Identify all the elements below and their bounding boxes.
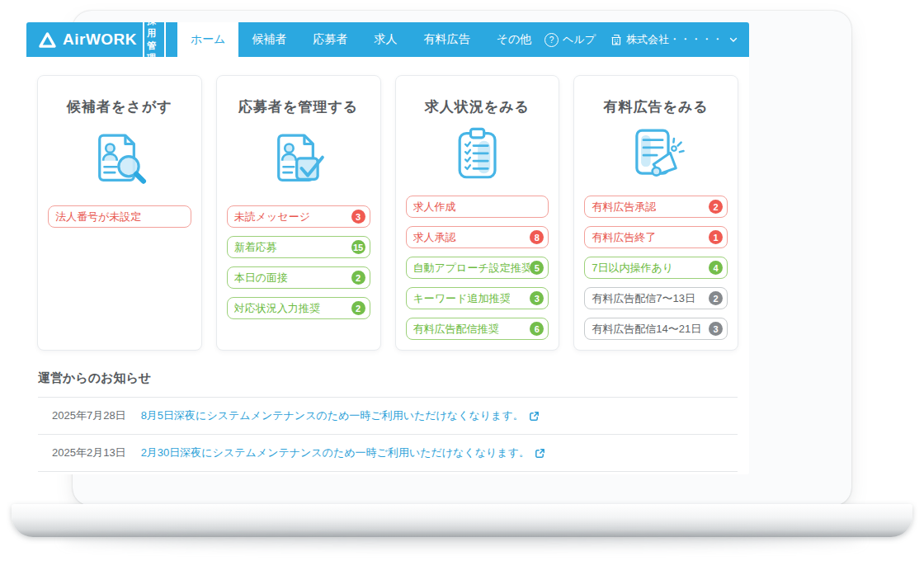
brand-wordmark: AirWORK xyxy=(63,31,137,49)
card-paid-ads: 有料広告をみる 有料広告承認 2 有料広告終了 1 7日以内操作あり 4 有料広… xyxy=(573,75,738,351)
status-button[interactable]: 有料広告終了 1 xyxy=(584,226,728,248)
status-button-label: 7日以内操作あり xyxy=(592,261,673,276)
tab-applicants[interactable]: 応募者 xyxy=(299,22,361,57)
status-button[interactable]: 有料広告配信推奨 6 xyxy=(406,318,549,340)
status-button-label: 有料広告承認 xyxy=(592,200,656,214)
news-link-text: 8月5日深夜にシステムメンテナンスのため一時ご利用いただけなくなります。 xyxy=(141,408,524,423)
document-megaphone-icon xyxy=(584,124,728,185)
help-label: ヘルプ xyxy=(563,32,596,47)
status-button-label: 対応状況入力推奨 xyxy=(234,301,320,316)
clipboard-checklist-icon xyxy=(406,124,549,185)
status-button[interactable]: 対応状況入力推奨 2 xyxy=(227,297,370,319)
card-title: 有料広告をみる xyxy=(584,97,728,116)
status-button-label: 自動アプローチ設定推奨 xyxy=(413,261,530,276)
status-button[interactable]: 7日以内操作あり 4 xyxy=(584,257,728,279)
status-button[interactable]: 有料広告配信7〜13日 2 xyxy=(584,287,728,309)
news-item: 2025年2月13日 2月30日深夜にシステムメンテナンスのため一時ご利用いただ… xyxy=(38,435,738,472)
status-button-label: 本日の面接 xyxy=(234,271,288,285)
external-link-icon xyxy=(535,448,545,459)
dashboard-cards: 候補者をさがす 法人番号が未設定 応募者を管理する 未読メッセージ 3 新着応募… xyxy=(37,75,738,351)
status-button-label: 求人作成 xyxy=(413,200,456,214)
card-title: 応募者を管理する xyxy=(227,97,370,116)
status-button-label: 有料広告配信14〜21日 xyxy=(592,322,701,337)
card-buttons: 有料広告承認 2 有料広告終了 1 7日以内操作あり 4 有料広告配信7〜13日… xyxy=(584,196,728,340)
tab-paid-ads[interactable]: 有料広告 xyxy=(410,22,483,57)
status-button[interactable]: 本日の面接 2 xyxy=(227,266,370,289)
status-button[interactable]: 自動アプローチ設定推奨 5 xyxy=(406,257,549,279)
status-button[interactable]: 新着応募 15 xyxy=(227,236,370,258)
card-buttons: 未読メッセージ 3 新着応募 15 本日の面接 2 対応状況入力推奨 2 xyxy=(227,205,370,319)
account-menu[interactable]: 株式会社・・・・・ xyxy=(610,32,738,47)
tab-home[interactable]: ホーム xyxy=(177,22,239,57)
chevron-down-icon xyxy=(729,37,738,43)
card-buttons: 求人作成 求人承認 8 自動アプローチ設定推奨 5 キーワード追加推奨 3 有料… xyxy=(406,196,549,340)
news-date: 2025年7月28日 xyxy=(52,408,126,423)
account-label: 株式会社・・・・・ xyxy=(626,32,723,47)
count-badge: 8 xyxy=(530,230,544,244)
news-section-title: 運営からのお知らせ xyxy=(38,370,738,386)
airwork-triangle-logo-icon xyxy=(38,31,57,49)
laptop-base xyxy=(12,504,912,537)
count-badge: 5 xyxy=(530,261,544,275)
count-badge: 1 xyxy=(709,230,723,244)
news-section: 運営からのお知らせ 2025年7月28日 8月5日深夜にシステムメンテナンスのた… xyxy=(38,370,738,472)
news-link[interactable]: 2月30日深夜にシステムメンテナンスのため一時ご利用いただけなくなります。 xyxy=(141,446,545,460)
count-badge: 6 xyxy=(530,322,544,336)
tab-other[interactable]: その他 xyxy=(483,22,544,57)
help-icon: ? xyxy=(544,33,559,47)
count-badge: 3 xyxy=(351,210,365,224)
help-button[interactable]: ? ヘルプ xyxy=(544,32,596,47)
count-badge: 3 xyxy=(709,322,723,336)
count-badge: 4 xyxy=(709,261,723,275)
header-right: ? ヘルプ 株式会社・・・・・ xyxy=(544,22,749,57)
news-date: 2025年2月13日 xyxy=(52,446,126,460)
card-search-candidates: 候補者をさがす 法人番号が未設定 xyxy=(37,75,202,351)
status-button-label: 新着応募 xyxy=(234,240,277,255)
status-button[interactable]: 求人承認 8 xyxy=(406,226,549,248)
count-badge: 2 xyxy=(709,200,723,214)
external-link-icon xyxy=(529,411,540,422)
resume-search-icon xyxy=(48,124,191,195)
tab-bar: ホーム候補者応募者求人有料広告その他 xyxy=(177,22,544,57)
news-link-text: 2月30日深夜にシステムメンテナンスのため一時ご利用いただけなくなります。 xyxy=(141,446,530,460)
status-button[interactable]: 求人作成 xyxy=(406,196,549,218)
app-header: AirWORK 採用管理 ホーム候補者応募者求人有料広告その他 ? ヘルプ xyxy=(26,22,749,57)
company-building-icon xyxy=(610,34,622,45)
status-button-label: 有料広告配信7〜13日 xyxy=(592,291,695,306)
status-button-label: 未読メッセージ xyxy=(234,210,310,224)
status-button[interactable]: キーワード追加推奨 3 xyxy=(406,287,549,309)
status-button[interactable]: 未読メッセージ 3 xyxy=(227,205,370,228)
count-badge: 2 xyxy=(709,291,723,305)
news-list: 2025年7月28日 8月5日深夜にシステムメンテナンスのため一時ご利用いただけ… xyxy=(38,397,738,472)
card-manage-applicants: 応募者を管理する 未読メッセージ 3 新着応募 15 本日の面接 2 対応状況入… xyxy=(216,75,381,351)
status-button[interactable]: 有料広告配信14〜21日 3 xyxy=(584,318,728,340)
tab-jobs[interactable]: 求人 xyxy=(361,22,410,57)
news-item: 2025年7月28日 8月5日深夜にシステムメンテナンスのため一時ご利用いただけ… xyxy=(38,398,738,435)
resume-check-icon xyxy=(227,124,370,195)
card-buttons: 法人番号が未設定 xyxy=(48,205,191,228)
count-badge: 15 xyxy=(351,240,365,254)
status-button[interactable]: 法人番号が未設定 xyxy=(48,205,191,228)
news-link[interactable]: 8月5日深夜にシステムメンテナンスのため一時ご利用いただけなくなります。 xyxy=(141,408,540,423)
status-button-label: 有料広告終了 xyxy=(592,230,656,245)
page: AirWORK 採用管理 ホーム候補者応募者求人有料広告その他 ? ヘルプ xyxy=(0,0,924,561)
status-button-label: 求人承認 xyxy=(413,230,456,245)
status-button-label: 法人番号が未設定 xyxy=(55,210,141,224)
status-button[interactable]: 有料広告承認 2 xyxy=(584,196,728,218)
card-job-status: 求人状況をみる 求人作成 求人承認 8 自動アプローチ設定推奨 5 キーワード追… xyxy=(395,75,560,351)
status-button-label: 有料広告配信推奨 xyxy=(413,322,499,337)
count-badge: 2 xyxy=(351,271,365,285)
tab-candidates[interactable]: 候補者 xyxy=(238,22,299,57)
app-logo[interactable]: AirWORK 採用管理 xyxy=(26,22,177,57)
count-badge: 2 xyxy=(351,301,365,315)
card-title: 候補者をさがす xyxy=(48,97,191,116)
status-button-label: キーワード追加推奨 xyxy=(413,291,511,306)
app-window: AirWORK 採用管理 ホーム候補者応募者求人有料広告その他 ? ヘルプ xyxy=(26,22,749,474)
card-title: 求人状況をみる xyxy=(406,97,549,116)
brand-badge: 採用管理 xyxy=(143,22,166,66)
count-badge: 3 xyxy=(530,291,544,305)
